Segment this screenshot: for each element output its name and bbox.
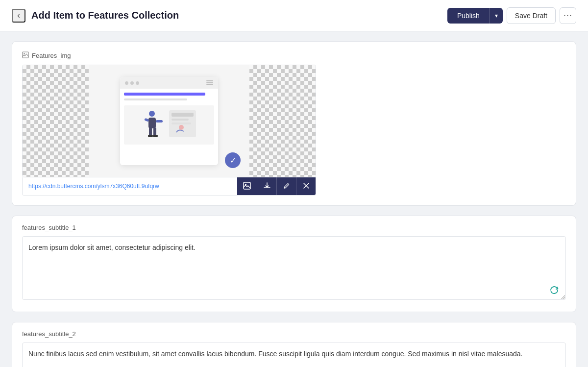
checker-left: [23, 65, 89, 177]
image-field-name: Features_img: [32, 52, 71, 59]
image-download-button[interactable]: [257, 177, 276, 195]
download-icon: [264, 182, 270, 191]
refresh-icon[interactable]: [549, 285, 561, 297]
browser-menu-icon: [206, 80, 213, 85]
svg-rect-9: [148, 135, 153, 137]
svg-rect-12: [144, 118, 149, 122]
browser-inner-panel: [124, 105, 214, 145]
browser-dot-3: [136, 81, 139, 85]
browser-content-bar: [124, 93, 205, 96]
publish-dropdown-button[interactable]: ▾: [490, 8, 503, 24]
browser-mockup: [120, 77, 218, 165]
menu-line-1: [206, 80, 213, 81]
save-draft-button[interactable]: Save Draft: [507, 7, 556, 24]
subtitle1-textarea[interactable]: [22, 236, 566, 300]
header-left: ‹ Add Item to Features Collection: [12, 9, 179, 23]
image-url-bar: [22, 177, 316, 196]
header-right: Publish ▾ Save Draft ···: [447, 7, 576, 24]
svg-rect-11: [153, 135, 158, 137]
chevron-down-icon: ▾: [495, 12, 498, 19]
image-url-actions: [237, 177, 316, 195]
page-title: Add Item to Features Collection: [31, 10, 179, 21]
image-preview-container: ✓: [22, 65, 316, 177]
image-field-card: Features_img: [12, 41, 576, 206]
menu-line-2: [206, 82, 213, 83]
svg-point-14: [179, 125, 184, 130]
image-url-input[interactable]: [23, 177, 237, 195]
browser-dot-2: [130, 81, 134, 85]
image-field-icon: [22, 51, 29, 60]
publish-button[interactable]: Publish: [447, 8, 490, 24]
back-button[interactable]: ‹: [12, 9, 25, 23]
browser-dot-1: [125, 81, 128, 85]
back-icon: ‹: [17, 10, 20, 21]
more-icon: ···: [564, 10, 572, 21]
subtitle2-label: features_subtitle_2: [22, 330, 566, 338]
image-field-label: Features_img: [22, 51, 566, 60]
menu-line-3: [206, 84, 213, 85]
svg-rect-3: [172, 113, 194, 117]
edit-icon: [283, 182, 290, 191]
browser-bar: [120, 77, 218, 89]
svg-rect-7: [148, 118, 156, 128]
svg-rect-4: [172, 119, 189, 121]
publish-group: Publish ▾: [447, 8, 503, 24]
image-edit-button[interactable]: [276, 177, 296, 195]
browser-content: [120, 89, 218, 165]
subtitle2-textarea[interactable]: [22, 343, 566, 367]
subtitle1-label: features_subtitle_1: [22, 224, 566, 231]
image-gallery-button[interactable]: [237, 177, 257, 195]
image-preview: ✓: [23, 65, 316, 177]
main-content: Features_img: [0, 31, 588, 367]
check-icon: ✓: [230, 156, 236, 165]
close-icon: [303, 182, 309, 190]
illustration-area: ✓: [89, 65, 249, 177]
svg-rect-13: [156, 120, 163, 122]
header: ‹ Add Item to Features Collection Publis…: [0, 0, 588, 31]
subtitle1-textarea-wrapper: [22, 236, 566, 302]
gallery-icon: [243, 182, 251, 191]
browser-content-bar-sm: [124, 98, 187, 100]
subtitle1-field-card: features_subtitle_1: [12, 216, 576, 312]
svg-rect-5: [172, 122, 191, 124]
subtitle2-field-card: features_subtitle_2: [12, 322, 576, 367]
more-options-button[interactable]: ···: [560, 7, 576, 24]
svg-point-1: [24, 53, 24, 54]
subtitle2-textarea-wrapper: [22, 343, 566, 367]
check-badge: ✓: [225, 152, 241, 168]
checker-right: [249, 65, 316, 177]
browser-dots: [125, 81, 139, 85]
image-remove-button[interactable]: [296, 177, 316, 195]
svg-point-6: [149, 111, 155, 117]
